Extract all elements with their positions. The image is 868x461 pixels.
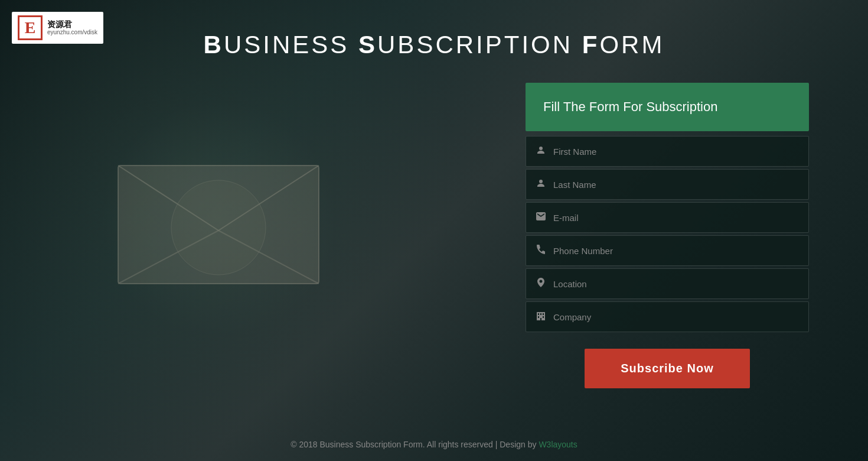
user-icon-last [536,178,546,190]
subscribe-button[interactable]: Subscribe Now [585,349,750,388]
email-group [526,202,809,233]
envelope-illustration [106,130,331,296]
location-icon [536,278,546,290]
user-icon-first [536,145,546,157]
footer-link[interactable]: W3layouts [539,440,577,449]
company-group [526,301,809,332]
first-name-input[interactable] [553,147,799,157]
button-container: Subscribe Now [526,339,809,388]
location-input[interactable] [553,279,799,289]
svg-point-5 [171,180,266,275]
last-name-input[interactable] [553,180,799,190]
phone-icon [536,245,546,257]
title-s: S [358,31,377,59]
location-group [526,268,809,299]
page-title: BUSINESS SUBSCRIPTION FORM [0,31,868,59]
footer-text: © 2018 Business Subscription Form. All r… [291,440,539,449]
title-f: F [582,31,600,59]
last-name-group [526,169,809,200]
email-input[interactable] [553,213,799,223]
title-ubscription: UBSCRIPTION [377,31,582,59]
form-header: Fill The Form For Subscription [526,83,809,131]
title-orm: ORM [599,31,664,59]
first-name-group [526,136,809,167]
phone-input[interactable] [553,246,799,256]
email-icon [536,212,546,223]
company-input[interactable] [553,312,799,322]
form-panel: Fill The Form For Subscription [526,83,809,388]
title-usiness: USINESS [224,31,358,59]
phone-group [526,235,809,266]
company-icon [536,311,546,323]
title-b: B [204,31,224,59]
form-body [526,136,809,332]
logo-name: 资源君 [47,20,97,29]
footer: © 2018 Business Subscription Form. All r… [0,440,868,449]
